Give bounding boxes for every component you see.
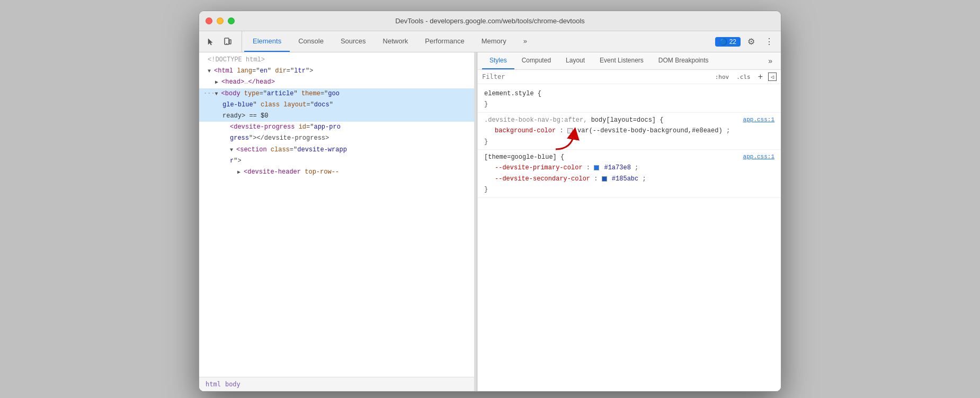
- triangle-html: [208, 67, 213, 76]
- dom-breadcrumb: html body: [199, 377, 474, 391]
- css-source-2[interactable]: app.css:1: [743, 152, 774, 162]
- styles-panel: Styles Computed Layout Event Listeners D…: [478, 52, 781, 391]
- notification-badge[interactable]: 🔵 22: [715, 37, 741, 47]
- settings-button[interactable]: ⚙: [744, 34, 759, 49]
- devtools-window: DevTools - developers.google.com/web/too…: [199, 11, 781, 392]
- css-rule-element-style: element.style { }: [478, 86, 781, 113]
- tab-sources[interactable]: Sources: [332, 31, 375, 52]
- tab-memory[interactable]: Memory: [473, 31, 515, 52]
- dom-tree[interactable]: <!DOCTYPE html> <html lang="en" dir="ltr…: [199, 52, 474, 377]
- title-bar: DevTools - developers.google.com/web/too…: [199, 11, 781, 31]
- styles-content[interactable]: element.style { } app.css:1 .devsite-boo…: [478, 84, 781, 391]
- filter-bar: :hov .cls + ◁: [478, 70, 781, 84]
- window-title: DevTools - developers.google.com/web/too…: [395, 17, 585, 25]
- color-swatch-primary[interactable]: [594, 165, 599, 170]
- dom-line-section[interactable]: <section class="devsite-wrapp: [199, 144, 474, 156]
- styles-more-tabs[interactable]: »: [764, 52, 777, 69]
- tab-computed[interactable]: Computed: [514, 52, 558, 69]
- maximize-button[interactable]: [228, 17, 235, 24]
- devtools-main: <!DOCTYPE html> <html lang="en" dir="ltr…: [199, 52, 781, 391]
- toggle-sidebar-button[interactable]: ◁: [768, 73, 777, 81]
- triangle-body: [215, 90, 220, 98]
- filter-input[interactable]: [482, 73, 709, 80]
- dom-panel: <!DOCTYPE html> <html lang="en" dir="ltr…: [199, 52, 475, 391]
- tab-elements[interactable]: Elements: [244, 31, 290, 52]
- tab-layout[interactable]: Layout: [558, 52, 592, 69]
- triangle-header: [237, 168, 243, 177]
- dom-line-progress-cont[interactable]: gress"></devsite-progress>: [199, 133, 474, 144]
- device-icon[interactable]: [220, 34, 235, 49]
- toolbar-right: 🔵 22 ⚙ ⋮: [715, 31, 777, 52]
- dom-line-body-cont[interactable]: gle-blue" class layout="docs": [199, 100, 474, 111]
- css-selector-element-style: element.style {: [484, 90, 541, 97]
- close-button[interactable]: [206, 17, 212, 24]
- triangle-section: [230, 146, 235, 155]
- tab-dom-breakpoints[interactable]: DOM Breakpoints: [651, 52, 716, 69]
- add-style-button[interactable]: +: [756, 72, 765, 82]
- dom-line-head[interactable]: <head>…</head>: [199, 77, 474, 88]
- devtools-tabs: Elements Console Sources Network Perform…: [244, 31, 715, 52]
- dom-line-section-cont[interactable]: r">: [199, 156, 474, 167]
- dom-line-html[interactable]: <html lang="en" dir="ltr">: [199, 66, 474, 77]
- devtools-toolbar: Elements Console Sources Network Perform…: [199, 31, 781, 52]
- css-rule-nav-bg: app.css:1 .devsite-book-nav-bg:after, bo…: [478, 113, 781, 150]
- css-selector-theme: [theme=google-blue] {: [484, 153, 564, 161]
- tab-styles[interactable]: Styles: [482, 52, 514, 69]
- dom-line-doctype[interactable]: <!DOCTYPE html>: [199, 55, 474, 66]
- cursor-icon[interactable]: [203, 34, 218, 49]
- devtools-container: Elements Console Sources Network Perform…: [199, 31, 781, 391]
- traffic-lights: [206, 17, 235, 24]
- breadcrumb-html[interactable]: html: [206, 381, 221, 388]
- more-options-button[interactable]: ⋮: [762, 34, 777, 49]
- color-swatch-bg[interactable]: [567, 128, 573, 133]
- styles-tabs: Styles Computed Layout Event Listeners D…: [478, 52, 781, 70]
- dom-line-progress[interactable]: <devsite-progress id="app-pro: [199, 122, 474, 133]
- svg-rect-1: [229, 40, 231, 44]
- css-source-1[interactable]: app.css:1: [743, 115, 774, 125]
- css-selector-nav-bg: .devsite-book-nav-bg:after, body[layout=…: [484, 116, 663, 124]
- toolbar-icons: [203, 31, 242, 52]
- minimize-button[interactable]: [217, 17, 224, 24]
- dom-line-body[interactable]: ···<body type="article" theme="goo: [199, 88, 474, 100]
- hov-button[interactable]: :hov: [713, 73, 732, 82]
- cls-button[interactable]: .cls: [734, 73, 753, 82]
- css-rule-theme: app.css:1 [theme=google-blue] { --devsit…: [478, 150, 781, 198]
- dom-line-header[interactable]: <devsite-header top-row--: [199, 167, 474, 178]
- triangle-head: [215, 78, 220, 87]
- tab-performance[interactable]: Performance: [416, 31, 473, 52]
- tab-more[interactable]: »: [515, 31, 536, 52]
- tab-network[interactable]: Network: [375, 31, 417, 52]
- tab-event-listeners[interactable]: Event Listeners: [592, 52, 651, 69]
- tab-console[interactable]: Console: [290, 31, 332, 52]
- breadcrumb-body[interactable]: body: [225, 381, 240, 388]
- dom-line-body-dollar[interactable]: ready> == $0: [199, 111, 474, 122]
- color-swatch-secondary[interactable]: [602, 176, 607, 182]
